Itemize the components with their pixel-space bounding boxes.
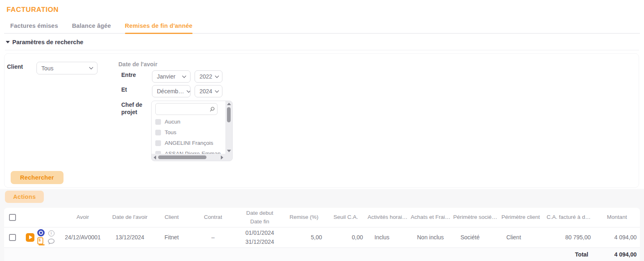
cell-perimetre-client: Client [498,227,543,248]
results-section: Actions Avoir Date de l'avoir Client Con… [0,189,644,261]
total-label: Total [543,248,594,261]
checkbox-icon[interactable] [155,151,161,154]
cell-date-avoir: 13/12/2024 [106,227,154,248]
to-month-select[interactable]: Décemb… [152,85,190,97]
col-header-date-fin: Date fin [250,218,270,225]
vertical-scrollbar[interactable] [225,101,232,154]
actions-button[interactable]: Actions [5,191,44,203]
col-header-montant: Montant [594,208,640,227]
chef-projet-label: Chef de projet [121,101,146,116]
chef-option-label: Tous [165,129,177,135]
scrollbar-thumb[interactable] [158,155,206,159]
checkbox-icon[interactable] [155,140,161,146]
cell-contrat: – [189,227,237,248]
col-header-activites: Activités horai… [366,208,409,227]
total-value: 4 094,00 [594,248,640,261]
et-label: Et [121,86,127,93]
col-header-perimetre-client: Périmètre client [498,208,543,227]
chef-projet-multiselect: Aucun Tous ANGELINI François ASSAN Pierr… [151,101,233,161]
list-item[interactable]: ANGELINI François [155,139,225,147]
info-icon[interactable] [48,230,54,236]
from-month-value: Janvier [157,73,175,80]
chevron-down-icon [215,74,219,78]
svg-text:$: $ [39,238,41,242]
collapse-triangle-icon [6,41,10,43]
scroll-up-icon[interactable] [227,103,231,105]
scrollbar-thumb[interactable] [227,107,231,122]
chevron-down-icon [182,74,186,78]
cell-montant: 4 094,00 [594,227,640,248]
search-panel: Client Tous Date de l'avoir Entre Janvie… [4,53,639,188]
cell-ca-facture: 80 795,00 [543,227,594,248]
col-header-dates: Date debut Date fin [237,208,283,227]
tab-balance-agee[interactable]: Balance âgée [72,22,111,33]
to-year-select[interactable]: 2024 [195,85,222,97]
col-header-avoir: Avoir [60,208,106,227]
checkbox-icon[interactable] [155,119,161,125]
tab-factures-emises[interactable]: Factures émises [10,22,58,33]
chef-projet-search-input[interactable] [155,103,218,115]
col-header-date-debut: Date debut [246,210,273,216]
cell-seuil: 0,00 [325,227,366,248]
from-year-select[interactable]: 2022 [195,70,222,83]
cell-client: Fitnet [154,227,189,248]
col-header-client: Client [154,208,189,227]
chevron-down-icon [215,88,219,92]
client-label: Client [7,63,23,70]
select-all-checkbox[interactable] [9,214,16,221]
to-year-value: 2024 [200,88,212,94]
client-select-value: Tous [41,65,54,72]
from-year-value: 2022 [200,73,212,80]
tab-remises-fin-annee[interactable]: Remises de fin d'année [125,22,193,33]
client-select[interactable]: Tous [36,62,98,74]
entre-label: Entre [121,72,136,78]
table-header-row: Avoir Date de l'avoir Client Contrat Dat… [4,208,640,227]
cell-remise: 5,00 [283,227,325,248]
cell-perimetre-societe: Société [452,227,498,248]
chef-option-label: Aucun [165,119,180,125]
invoice-dollar-icon[interactable]: $ [37,237,45,245]
cell-date-fin: 31/12/2024 [245,239,274,245]
cell-achats: Non inclus [409,227,452,248]
horizontal-scrollbar[interactable] [152,154,225,161]
tab-bar: Factures émises Balance âgée Remises de … [4,22,640,34]
cell-activites: Inclus [366,227,409,248]
scroll-right-icon[interactable] [221,155,223,160]
list-item[interactable]: ASSAN Pierre-Emman [155,150,225,154]
list-item[interactable]: Tous [155,128,225,136]
cell-dates: 01/01/2024 31/12/2024 [237,227,283,248]
comment-icon[interactable] [48,239,55,245]
col-header-date-avoir: Date de l'avoir [106,208,154,227]
checkbox-icon[interactable] [155,130,161,135]
search-panel-title: Paramètres de recherche [12,39,83,45]
col-header-perimetre-societe: Périmètre socié… [452,208,498,227]
rechercher-button[interactable]: Rechercher [11,171,63,184]
list-item[interactable]: Aucun [155,118,225,126]
scroll-down-icon[interactable] [227,150,231,152]
scroll-left-icon[interactable] [154,155,156,160]
from-month-select[interactable]: Janvier [152,70,190,83]
col-header-contrat: Contrat [189,208,237,227]
table-total-row: Total 4 094,00 [4,248,640,261]
col-header-seuil: Seuil C.A. [325,208,366,227]
col-header-ca-facture: C.A. facturé à d… [543,208,594,227]
chef-option-label: ANGELINI François [165,140,213,146]
play-icon[interactable] [26,233,34,242]
chef-projet-list: Aucun Tous ANGELINI François ASSAN Pierr… [152,101,225,154]
chevron-down-icon [187,88,190,92]
search-panel-header[interactable]: Paramètres de recherche [5,34,639,50]
col-header-achats: Achats et Frai… [409,208,452,227]
chevron-down-icon [89,65,93,70]
page-title: FACTURATION [7,6,644,14]
to-month-value: Décemb… [157,88,184,94]
results-table: Avoir Date de l'avoir Client Contrat Dat… [4,208,640,261]
date-avoir-group-label: Date de l'avoir [118,61,157,68]
row-checkbox[interactable] [9,234,16,241]
target-icon[interactable] [37,229,45,236]
col-header-remise: Remise (%) [283,208,325,227]
col-header-actions [20,208,60,227]
cell-date-debut: 01/01/2024 [245,230,274,236]
chef-option-label: ASSAN Pierre-Emman [165,151,221,154]
results-table-card: Avoir Date de l'avoir Client Contrat Dat… [4,208,640,261]
cell-avoir: 24/12/AV0001 [60,227,106,248]
